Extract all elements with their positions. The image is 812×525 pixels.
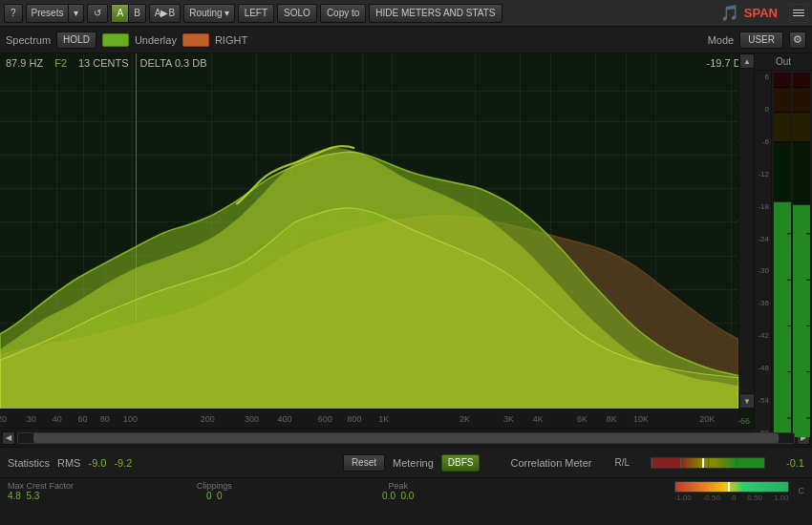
corr-label-0: 0 — [732, 494, 736, 502]
vu-scale-30n: -30 — [757, 266, 769, 275]
scroll-down-button[interactable]: ▼ — [739, 393, 755, 409]
vu-scale-48n: -48 — [757, 364, 769, 372]
freq-label-200: 200 — [201, 414, 215, 424]
scroll-up-button[interactable]: ▲ — [739, 53, 755, 69]
rms-val1: -9.0 — [88, 457, 106, 469]
green-channel-indicator[interactable] — [102, 33, 129, 47]
vu-scale-0: 0 — [757, 105, 769, 114]
spectrum-row: Spectrum HOLD Underlay RIGHT Mode USER ⚙ — [0, 27, 812, 53]
vu-bar-right — [793, 73, 810, 437]
gear-button[interactable]: ⚙ — [789, 32, 806, 49]
right-panel: Out 6 0 -6 -12 -18 -24 -30 -36 -42 -48 -… — [755, 53, 812, 428]
clippings-section: Clippings 0 0 — [122, 481, 307, 501]
vu-scale-12n: -12 — [757, 170, 769, 178]
crest-factor-section: Max Crest Factor 4.8 5.3 — [8, 481, 122, 501]
menu-button[interactable] — [789, 4, 808, 23]
mode-label: Mode — [708, 34, 735, 46]
svg-rect-18 — [793, 73, 810, 205]
crest-values: 4.8 5.3 — [8, 491, 39, 501]
presets-button[interactable]: Presets — [27, 5, 69, 22]
freq-scroll-left-button[interactable]: ◀ — [2, 431, 15, 445]
hide-meters-button[interactable]: HIDE METERS AND STATS — [369, 4, 502, 23]
freq-label-300: 300 — [245, 414, 259, 424]
vu-scale-54n: -54 — [757, 396, 769, 405]
freq-label-20k: 20K — [699, 414, 715, 424]
freq-scroll-thumb[interactable] — [33, 433, 779, 443]
span-logo: 🎵 SPAN — [720, 4, 778, 22]
c-label: C — [799, 486, 805, 495]
peak-label: Peak — [388, 481, 408, 491]
corr-label-05: 0.50 — [747, 494, 762, 502]
corr-label-n05: -0.50 — [703, 494, 720, 502]
corr-label-n1: -1.00 — [674, 494, 692, 502]
user-mode-button[interactable]: USER — [739, 32, 783, 49]
spectrum-svg[interactable] — [0, 53, 738, 428]
metering-label: Metering — [393, 457, 434, 469]
rms-val2: -9.2 — [114, 457, 132, 469]
dbfs-button[interactable]: DBFS — [441, 454, 481, 472]
correlation-meter — [651, 457, 765, 469]
vu-scale-36n: -36 — [757, 299, 769, 307]
rl-label: R/L — [614, 457, 630, 468]
reset-button[interactable]: Reset — [343, 454, 385, 472]
vu-meter-area: 6 0 -6 -12 -18 -24 -30 -36 -42 -48 -54 -… — [755, 71, 812, 439]
freq-scroll-bar: ◀ ▶ — [0, 428, 812, 447]
freq-label-10k: 10K — [633, 414, 649, 424]
freq-scroll-track[interactable] — [17, 432, 795, 444]
right-label: RIGHT — [215, 34, 247, 46]
freq-label-400: 400 — [278, 414, 292, 424]
db-label: -66 — [737, 416, 750, 426]
corr-meter-label: Correlation Meter — [510, 457, 591, 469]
b-button[interactable]: B — [128, 5, 145, 22]
presets-group: Presets ▾ — [26, 4, 85, 23]
statistics-label: Statistics — [8, 457, 50, 469]
help-button[interactable]: ? — [4, 4, 23, 23]
statistics-bar: Statistics RMS -9.0 -9.2 Reset Metering … — [0, 447, 812, 477]
bottom-stats-bar: Max Crest Factor 4.8 5.3 Clippings 0 0 P… — [0, 477, 812, 504]
a-button[interactable]: A — [112, 5, 128, 22]
clippings-label: Clippings — [197, 481, 232, 491]
vu-scale-6n: -6 — [757, 137, 769, 146]
vu-scale-18n: -18 — [757, 202, 769, 211]
vu-scale-6: 6 — [757, 73, 769, 81]
orange-channel-indicator[interactable] — [182, 33, 209, 47]
routing-arrow: ▾ — [224, 8, 229, 18]
scroll-track[interactable] — [739, 69, 754, 393]
ab-copy-button[interactable]: A▶B — [150, 5, 180, 22]
routing-button[interactable]: Routing ▾ — [183, 4, 234, 23]
svg-rect-4 — [774, 73, 791, 202]
reset-button[interactable]: ↺ — [87, 4, 108, 23]
vu-scale-42n: -42 — [757, 331, 769, 340]
vu-scale: 6 0 -6 -12 -18 -24 -30 -36 -42 -48 -54 -… — [755, 71, 772, 439]
freq-axis: 20 30 40 60 80 100 200 300 400 600 800 1… — [0, 409, 738, 428]
hold-button[interactable]: HOLD — [56, 32, 96, 49]
left-button[interactable]: LEFT — [238, 4, 274, 23]
freq-label-1k: 1K — [378, 414, 389, 424]
corr-label-1: 1.00 — [774, 494, 789, 502]
vu-bar-left — [774, 73, 791, 437]
main-area: 87.9 HZ F2 13 CENTS DELTA 0.3 DB -19.7 D… — [0, 53, 812, 428]
freq-label-2k: 2K — [459, 414, 470, 424]
vu-scale-24n: -24 — [757, 235, 769, 243]
spectrum-display[interactable]: 87.9 HZ F2 13 CENTS DELTA 0.3 DB -19.7 D… — [0, 53, 755, 428]
out-label: Out — [755, 53, 812, 71]
routing-label: Routing — [189, 8, 222, 18]
freq-label-600: 600 — [318, 414, 332, 424]
copy-to-button[interactable]: Copy to — [320, 4, 366, 23]
ab-copy-group: A▶B — [149, 4, 181, 23]
presets-arrow[interactable]: ▾ — [68, 5, 83, 22]
corr-value: -0.1 — [786, 457, 804, 469]
freq-label-100: 100 — [123, 414, 138, 424]
solo-button[interactable]: SOLO — [277, 4, 317, 23]
freq-label-800: 800 — [348, 414, 362, 424]
freq-label-4k: 4K — [533, 414, 544, 424]
ab-group: A B — [111, 4, 145, 23]
underlay-label: Underlay — [135, 34, 177, 46]
freq-label-80: 80 — [100, 414, 110, 424]
vu-bars — [772, 71, 812, 439]
corr-bottom-area: -1.00 -0.50 0 0.50 1.00 — [674, 481, 789, 502]
freq-label-6k: 6K — [577, 414, 588, 424]
freq-label-30: 30 — [27, 414, 36, 424]
crest-label: Max Crest Factor — [8, 481, 74, 491]
freq-labels: 20 30 40 60 80 100 200 300 400 600 800 1… — [2, 410, 737, 428]
